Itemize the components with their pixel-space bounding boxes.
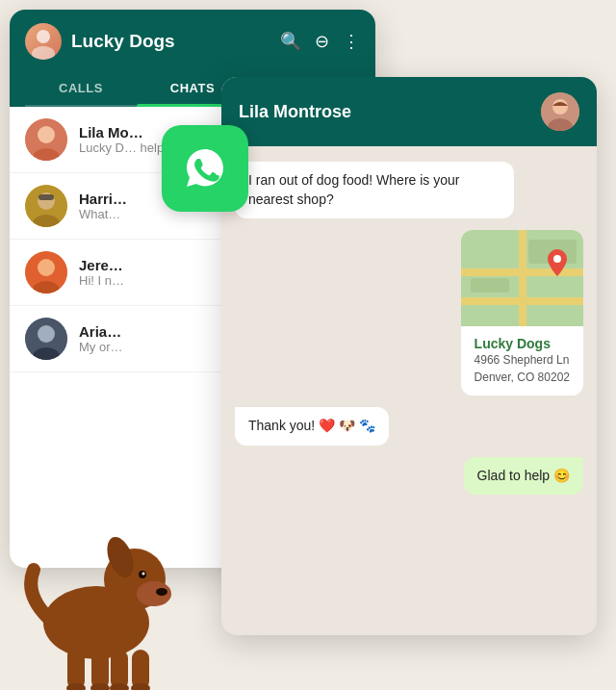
location-map <box>461 230 583 326</box>
status-icon[interactable]: ⊖ <box>315 31 329 52</box>
location-card: Lucky Dogs 4966 Shepherd Ln Denver, CO 8… <box>461 230 583 396</box>
svg-point-17 <box>552 99 568 115</box>
app-avatar <box>25 23 62 60</box>
svg-rect-8 <box>38 194 54 200</box>
chat-preview-jere: Hi! I n… <box>79 273 194 288</box>
message-4: Glad to help 😊 <box>464 457 583 496</box>
svg-point-25 <box>142 573 145 575</box>
chat-messages: I ran out of dog food! Where is your nea… <box>221 146 597 635</box>
map-block-2 <box>471 278 509 293</box>
chat-name-jere: Jere… <box>79 257 194 273</box>
chat-detail-panel: Lila Montrose I ran out of dog food! Whe… <box>221 77 597 635</box>
search-icon[interactable]: 🔍 <box>280 31 301 52</box>
dog-silhouette <box>19 498 173 690</box>
svg-point-26 <box>156 588 167 596</box>
svg-point-10 <box>38 259 55 276</box>
map-road-v1 <box>519 230 526 326</box>
avatar-lila <box>25 118 67 161</box>
location-info: Lucky Dogs 4966 Shepherd Ln Denver, CO 8… <box>461 326 583 396</box>
svg-point-13 <box>38 325 55 343</box>
svg-point-3 <box>38 126 55 143</box>
location-name: Lucky Dogs <box>475 336 570 351</box>
message-1: I ran out of dog food! Where is your nea… <box>235 162 514 218</box>
app-title: Lucky Dogs <box>71 31 280 52</box>
svg-point-19 <box>553 255 561 263</box>
header-top: Lucky Dogs 🔍 ⊖ ⋮ <box>25 23 360 60</box>
avatar-aria <box>25 318 67 360</box>
svg-point-1 <box>32 46 55 60</box>
location-address: 4966 Shepherd Ln Denver, CO 80202 <box>475 351 570 386</box>
detail-contact-name: Lila Montrose <box>239 102 541 122</box>
tab-calls[interactable]: CALLS <box>25 71 137 105</box>
chat-detail-header: Lila Montrose <box>221 77 597 146</box>
message-3: Thank you! ❤️ 🐶 🐾 <box>235 407 389 446</box>
detail-avatar <box>541 92 579 131</box>
avatar-harri <box>25 185 67 227</box>
chat-name-aria: Aria… <box>79 323 194 340</box>
avatar-jere <box>25 251 67 294</box>
map-pin <box>548 249 567 276</box>
whatsapp-icon <box>162 125 248 212</box>
more-icon[interactable]: ⋮ <box>343 31 360 52</box>
svg-point-0 <box>37 30 50 43</box>
header-icons: 🔍 ⊖ ⋮ <box>280 31 360 52</box>
chat-preview-aria: My or… <box>79 340 194 354</box>
